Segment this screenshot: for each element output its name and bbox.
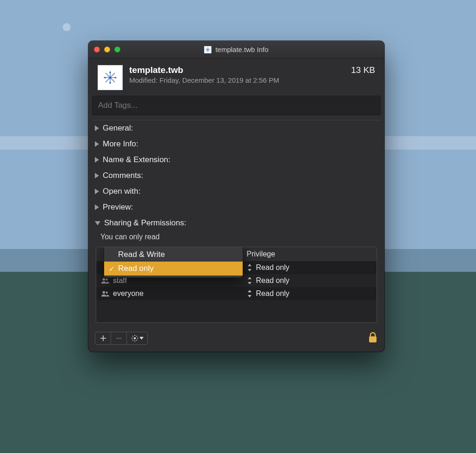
svg-point-8: [109, 77, 111, 79]
section-label: Sharing & Permissions:: [104, 218, 186, 228]
action-menu-button[interactable]: [127, 332, 147, 344]
svg-point-12: [115, 77, 116, 78]
permissions-header-privilege: Privilege: [242, 247, 377, 261]
remove-button: [111, 332, 127, 344]
section-preview[interactable]: Preview:: [88, 199, 384, 215]
file-name: template.twb: [129, 65, 344, 75]
permissions-privilege-cell[interactable]: Read only: [242, 287, 377, 300]
group-icon: [101, 277, 109, 284]
section-more-info[interactable]: More Info:: [88, 136, 384, 152]
permissions-empty-area: [96, 300, 377, 322]
section-sharing-permissions[interactable]: Sharing & Permissions:: [88, 215, 384, 231]
disclosure-triangle-icon: [95, 157, 99, 163]
stepper-icon: [247, 277, 252, 284]
group-icon: [101, 290, 109, 297]
svg-point-10: [110, 82, 111, 83]
section-label: Open with:: [103, 187, 140, 196]
svg-line-3: [206, 48, 210, 51]
lock-button[interactable]: [368, 331, 378, 345]
disclosure-triangle-down-icon: [95, 221, 100, 225]
file-modified: Modified: Friday, December 13, 2019 at 2…: [129, 76, 344, 84]
svg-rect-26: [369, 336, 377, 342]
permissions-table: Name Privilege Read only: [96, 247, 377, 323]
disclosure-triangle-icon: [95, 189, 99, 194]
window-title-text: template.twb Info: [215, 46, 268, 53]
stepper-icon: [247, 264, 252, 271]
privilege-option-read-only[interactable]: ✓ Read only: [104, 262, 243, 276]
privilege-option-read-write[interactable]: Read & Write: [104, 248, 243, 262]
section-label: Name & Extension:: [103, 155, 171, 164]
tags-input[interactable]: [98, 101, 375, 110]
checkmark-icon: ✓: [109, 265, 115, 273]
plus-icon: [100, 335, 106, 341]
section-comments[interactable]: Comments:: [88, 168, 384, 184]
section-label: Comments:: [103, 171, 143, 180]
titlebar[interactable]: template.twb Info: [88, 41, 384, 59]
section-general[interactable]: General:: [88, 120, 384, 136]
section-open-with[interactable]: Open with:: [88, 184, 384, 199]
svg-point-15: [103, 291, 105, 294]
svg-line-23: [136, 340, 137, 341]
file-type-icon: [204, 46, 212, 53]
file-size: 13 KB: [351, 65, 375, 75]
svg-line-22: [132, 336, 133, 337]
tags-field-wrapper: [92, 96, 381, 115]
permissions-toolbar: [95, 332, 148, 345]
stepper-icon: [247, 290, 252, 297]
permissions-privilege-cell[interactable]: Read only: [242, 261, 377, 274]
svg-point-11: [105, 77, 106, 78]
svg-point-16: [106, 292, 107, 294]
lock-icon: [368, 331, 378, 343]
disclosure-triangle-icon: [95, 141, 99, 147]
file-header: template.twb Modified: Friday, December …: [88, 59, 384, 96]
svg-point-17: [133, 337, 136, 340]
table-row[interactable]: everyone Read only: [96, 287, 377, 300]
svg-line-24: [136, 336, 137, 337]
svg-point-13: [103, 278, 105, 281]
disclosure-triangle-icon: [95, 125, 99, 131]
minus-icon: [116, 335, 122, 341]
section-label: More Info:: [103, 139, 139, 149]
zoom-icon[interactable]: [114, 46, 120, 53]
section-label: General:: [103, 124, 133, 133]
add-button[interactable]: [95, 332, 111, 344]
info-window: template.twb Info template.twb Modified:…: [88, 41, 384, 352]
section-name-extension[interactable]: Name & Extension:: [88, 152, 384, 168]
privilege-dropdown[interactable]: Read & Write ✓ Read only: [104, 247, 243, 278]
permissions-note: You can only read: [88, 231, 384, 247]
gear-icon: [131, 335, 139, 342]
disclosure-triangle-icon: [95, 204, 99, 210]
svg-point-9: [110, 72, 111, 73]
permissions-user-cell: everyone: [96, 287, 242, 300]
window-title: template.twb Info: [88, 46, 384, 53]
file-large-icon: [98, 65, 123, 90]
chevron-down-icon: [139, 337, 144, 340]
svg-point-14: [106, 279, 107, 281]
svg-line-25: [132, 340, 133, 341]
window-controls: [94, 46, 120, 53]
footer: [88, 328, 384, 352]
svg-line-2: [206, 48, 210, 51]
disclosure-triangle-icon: [95, 173, 99, 178]
minimize-icon[interactable]: [104, 46, 110, 53]
section-label: Preview:: [103, 203, 133, 212]
permissions-privilege-cell[interactable]: Read only: [242, 274, 377, 287]
close-icon[interactable]: [94, 46, 100, 53]
